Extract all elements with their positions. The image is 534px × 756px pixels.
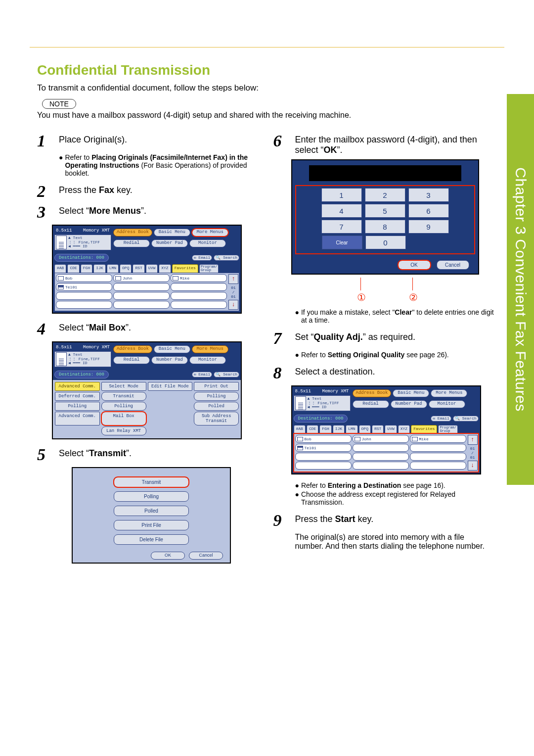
step-1-note: ● Refer to Placing Originals (Facsimile/… — [59, 153, 259, 177]
key-3[interactable]: 3 — [408, 188, 449, 202]
contact-entry[interactable]: Tel01 — [56, 283, 112, 291]
email-btn[interactable]: ✉ Email — [192, 255, 213, 261]
cancel-btn[interactable]: Cancel — [189, 552, 223, 560]
section-title: Confidential Transmission — [37, 62, 494, 78]
step-7-note: ● Refer to Setting Original Quality see … — [295, 351, 495, 359]
alpha-tabs[interactable]: #ABCDE FGHIJK LMNOPQ RSTUVW XYZ Favorite… — [53, 263, 241, 273]
step-3: 3 Select “More Menus”. — [37, 204, 259, 221]
scroll-up-icon[interactable]: ↑ — [468, 435, 478, 445]
step-2: 2 Press the Fax key. — [37, 183, 259, 200]
key-1[interactable]: 1 — [321, 188, 362, 202]
address-book-btn[interactable]: Address Book — [113, 229, 152, 236]
scroll-down-icon[interactable]: ↓ — [228, 300, 238, 310]
keypad: 1 2 3 4 5 6 7 8 9 — [296, 186, 474, 253]
scroll-down-icon[interactable]: ↓ — [468, 461, 478, 471]
key-6[interactable]: 6 — [408, 204, 449, 218]
contact-entry[interactable]: John — [113, 274, 170, 282]
key-2[interactable]: 2 — [365, 188, 405, 202]
step-7: 7 Set “Quality Adj.” as required. — [273, 330, 495, 347]
original-icon — [56, 236, 67, 249]
key-5[interactable]: 5 — [365, 204, 405, 218]
ok-btn[interactable]: OK — [151, 552, 185, 560]
destination-list[interactable]: Bob John Mike Tel01 — [294, 433, 479, 472]
fax-screen-password: 1 2 3 4 5 6 7 8 9 — [291, 159, 479, 275]
fax-screen-transmit-list: Transmit Polling Polled Print File Delet… — [72, 467, 231, 564]
intro-text: To transmit a confidential document, fol… — [37, 83, 494, 93]
chapter-side-tab: Chapter 3 Convenient Fax Features — [507, 94, 534, 485]
transmit-btn[interactable]: Transmit — [114, 477, 189, 487]
search-btn[interactable]: 🔍 Search — [214, 255, 239, 261]
step-4: 4 Select “Mail Box”. — [37, 321, 259, 337]
ok-btn[interactable]: OK — [398, 260, 431, 270]
note-text: You must have a mailbox password (4-digi… — [37, 111, 494, 120]
monitor-btn[interactable]: Monitor — [189, 239, 226, 247]
more-menus-active[interactable]: More Menus — [192, 345, 228, 353]
number-pad-btn[interactable]: Number Pad — [151, 239, 188, 247]
fax-screen-mailbox: 8.5x11Memory XMT ▲ Text ⋮⋮ Fine,TIFF ◀ ━… — [52, 341, 242, 439]
step-9-note: The original(s) are stored into memory w… — [295, 533, 495, 551]
step-8-notes: ● Refer to Entering a Destination see pa… — [295, 481, 495, 506]
key-9[interactable]: 9 — [408, 220, 449, 234]
mail-box-btn[interactable]: Mail Box — [101, 412, 146, 425]
password-display — [309, 165, 461, 181]
note-badge: NOTE — [42, 99, 76, 109]
destinations-count[interactable]: Destinations: 000 — [54, 254, 109, 262]
step-9: 9 Press the Start key. — [273, 512, 495, 529]
step-1: 1 Place Original(s). — [37, 133, 259, 149]
contact-entry[interactable]: Bob — [56, 274, 112, 282]
fax-screen-destination: 8.5x11Memory XMT ▲ Text ⋮⋮ Fine,TIFF ◀ ━… — [291, 385, 481, 474]
key-7[interactable]: 7 — [321, 220, 362, 234]
fax-screen-more-menus: 8.5x11Memory XMT ▲ Text ⋮⋮ Fine,TIFF ◀ ━… — [52, 225, 242, 314]
advanced-comm-tab[interactable]: Advanced Comm. — [55, 382, 100, 391]
redial-btn[interactable]: Redial — [113, 239, 150, 247]
key-4[interactable]: 4 — [321, 204, 362, 218]
key-clear[interactable]: Clear — [322, 236, 362, 249]
cancel-btn[interactable]: Cancel — [437, 260, 469, 270]
step-8: 8 Select a destination. — [273, 365, 495, 381]
key-0[interactable]: 0 — [365, 236, 406, 249]
scroll-up-icon[interactable]: ↑ — [228, 274, 238, 284]
contact-entry[interactable]: Mike — [171, 274, 227, 282]
key-8[interactable]: 8 — [365, 220, 405, 234]
step-5: 5 Select “Transmit”. — [37, 446, 259, 463]
step-6: 6 Enter the mailbox password (4-digit), … — [273, 133, 495, 155]
more-menus-btn[interactable]: More Menus — [192, 229, 228, 236]
basic-menu-btn[interactable]: Basic Menu — [154, 229, 190, 236]
callouts: ① ② — [291, 278, 469, 305]
step-6-note: ● If you make a mistake, select "Clear" … — [295, 308, 495, 324]
